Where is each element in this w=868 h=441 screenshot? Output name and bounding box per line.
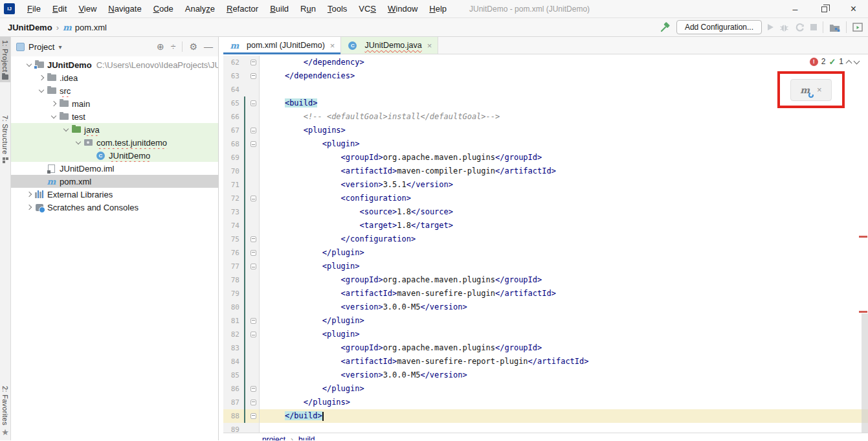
code-text[interactable]: <artifactId>maven-surefire-report-plugin… bbox=[260, 355, 868, 368]
menu-analyze[interactable]: Analyze bbox=[179, 4, 221, 14]
tree-row-junitdemo-iml[interactable]: JUnitDemo.iml bbox=[11, 162, 218, 175]
fold-end-icon[interactable] bbox=[250, 73, 256, 79]
code-text[interactable]: <target>1.8</target> bbox=[260, 219, 868, 232]
fold-end-icon[interactable] bbox=[250, 236, 256, 242]
code-text[interactable]: <version>3.0.0-M5</version> bbox=[260, 368, 868, 382]
code-text[interactable] bbox=[260, 423, 868, 433]
fold-end-icon[interactable] bbox=[250, 386, 256, 392]
menu-window[interactable]: Window bbox=[382, 4, 423, 14]
breadcrumb-item-project[interactable]: project bbox=[262, 435, 285, 440]
code-text[interactable]: <artifactId>maven-surefire-plugin</artif… bbox=[260, 287, 868, 300]
tree-row-java[interactable]: java bbox=[11, 123, 218, 136]
menu-edit[interactable]: Edit bbox=[47, 4, 72, 14]
tree-row-main[interactable]: main bbox=[11, 97, 218, 110]
error-stripe-mark[interactable] bbox=[859, 236, 867, 238]
fold-end-icon[interactable] bbox=[250, 60, 256, 65]
project-panel-title[interactable]: Project bbox=[28, 42, 54, 52]
tree-row-junitdemo[interactable]: JUnitDemoC:\Users\Lenovo\IdeaProjects\JU… bbox=[11, 58, 218, 71]
menu-build[interactable]: Build bbox=[264, 4, 295, 14]
tab-junitdemo-java[interactable]: CJUnitDemo.java× bbox=[341, 37, 438, 54]
typo-count[interactable]: 1 bbox=[839, 57, 843, 66]
code-text[interactable]: <plugin> bbox=[260, 260, 868, 273]
code-text[interactable]: <groupId>org.apache.maven.plugins</group… bbox=[260, 151, 868, 164]
code-text[interactable]: <plugins> bbox=[260, 124, 868, 137]
fold-end-icon[interactable] bbox=[250, 413, 256, 419]
popup-close-icon[interactable]: × bbox=[817, 85, 822, 95]
chevron-right-icon[interactable] bbox=[26, 192, 31, 197]
code-text[interactable]: <version>3.5.1</version> bbox=[260, 178, 868, 192]
menu-help[interactable]: Help bbox=[423, 4, 452, 14]
editor[interactable]: 62 </dependency>63 </dependencies>6465 <… bbox=[223, 54, 868, 433]
restore-button[interactable] bbox=[810, 0, 839, 17]
close-button[interactable]: × bbox=[839, 0, 868, 17]
maven-reimport-icon[interactable]: m bbox=[800, 84, 810, 96]
menu-run[interactable]: Run bbox=[295, 4, 322, 14]
gear-icon[interactable]: ⚙ bbox=[189, 42, 197, 51]
menu-code[interactable]: Code bbox=[148, 4, 179, 14]
tool-button-structure[interactable]: 7: Structure bbox=[0, 112, 10, 165]
tree-row-pom-xml[interactable]: mpom.xml bbox=[11, 175, 218, 188]
fold-start-icon[interactable] bbox=[250, 264, 256, 269]
code-text[interactable] bbox=[260, 83, 868, 96]
fold-start-icon[interactable] bbox=[250, 100, 256, 106]
tool-window-icon[interactable] bbox=[852, 23, 863, 32]
coverage-icon[interactable] bbox=[795, 23, 805, 32]
tool-button-project[interactable]: 1: Project bbox=[0, 37, 10, 82]
code-text[interactable]: <plugin> bbox=[260, 137, 868, 151]
locate-file-icon[interactable]: ⊕ bbox=[157, 42, 164, 51]
chevron-down-icon[interactable] bbox=[50, 113, 56, 119]
fold-start-icon[interactable] bbox=[250, 332, 256, 337]
code-text[interactable]: <plugin> bbox=[260, 328, 868, 341]
tab-pom-xml-junitdemo[interactable]: mpom.xml (JUnitDemo)× bbox=[223, 37, 341, 54]
tree-row-external-libraries[interactable]: External Libraries bbox=[11, 188, 218, 201]
stop-icon[interactable] bbox=[810, 24, 817, 30]
editor-scrollbar[interactable] bbox=[862, 313, 868, 433]
code-text[interactable]: </build> bbox=[260, 409, 868, 423]
fold-start-icon[interactable] bbox=[250, 128, 256, 133]
next-problem-icon[interactable] bbox=[854, 58, 860, 65]
tab-close-icon[interactable]: × bbox=[427, 41, 432, 51]
menu-tools[interactable]: Tools bbox=[322, 4, 353, 14]
code-text[interactable]: <source>1.8</source> bbox=[260, 205, 868, 219]
chevron-down-icon[interactable] bbox=[75, 139, 80, 144]
chevron-down-icon[interactable]: ▾ bbox=[58, 43, 61, 51]
chevron-down-icon[interactable] bbox=[63, 126, 68, 131]
code-text[interactable]: <version>3.0.0-M5</version> bbox=[260, 300, 868, 314]
fold-end-icon[interactable] bbox=[250, 250, 256, 256]
error-stripe-mark[interactable] bbox=[859, 311, 867, 313]
breadcrumb-file[interactable]: pom.xml bbox=[75, 23, 107, 32]
menu-refactor[interactable]: Refactor bbox=[221, 4, 264, 14]
error-count[interactable]: 2 bbox=[821, 57, 826, 66]
previous-problem-icon[interactable] bbox=[846, 60, 852, 66]
project-structure-icon[interactable] bbox=[829, 23, 840, 32]
hide-panel-icon[interactable]: — bbox=[204, 42, 213, 51]
code-text[interactable]: </dependencies> bbox=[260, 69, 868, 83]
run-button-icon[interactable] bbox=[768, 24, 773, 30]
fold-start-icon[interactable] bbox=[250, 141, 256, 147]
tab-close-icon[interactable]: × bbox=[330, 41, 335, 51]
code-text[interactable]: </plugin> bbox=[260, 246, 868, 260]
code-text[interactable]: <configuration> bbox=[260, 192, 868, 205]
panel-splitter[interactable] bbox=[219, 37, 223, 440]
build-hammer-icon[interactable] bbox=[660, 22, 671, 33]
tree-row-scratches-and-consoles[interactable]: Scratches and Consoles bbox=[11, 201, 218, 214]
debug-bug-icon[interactable] bbox=[779, 23, 789, 32]
tree-row-idea[interactable]: .idea bbox=[11, 71, 218, 84]
menu-view[interactable]: View bbox=[72, 4, 102, 14]
tree-row-junitdemo[interactable]: CJUnitDemo bbox=[11, 149, 218, 162]
fold-end-icon[interactable] bbox=[250, 400, 256, 405]
menu-file[interactable]: File bbox=[21, 4, 47, 14]
tree-row-src[interactable]: src bbox=[11, 84, 218, 97]
tree-row-test[interactable]: test bbox=[11, 110, 218, 123]
code-text[interactable]: <groupId>org.apache.maven.plugins</group… bbox=[260, 273, 868, 287]
breadcrumb-item-build[interactable]: build bbox=[298, 435, 315, 440]
code-text[interactable]: <groupId>org.apache.maven.plugins</group… bbox=[260, 341, 868, 355]
code-text[interactable]: </dependency> bbox=[260, 56, 868, 69]
chevron-right-icon[interactable] bbox=[50, 101, 56, 106]
code-text[interactable]: <!-- <defaultGoal>install</defaultGoal>-… bbox=[260, 110, 868, 124]
fold-start-icon[interactable] bbox=[250, 196, 256, 201]
chevron-right-icon[interactable] bbox=[26, 205, 31, 210]
code-text[interactable]: </plugin> bbox=[260, 382, 868, 396]
chevron-down-icon[interactable] bbox=[38, 87, 43, 93]
code-text[interactable]: </configuration> bbox=[260, 232, 868, 246]
